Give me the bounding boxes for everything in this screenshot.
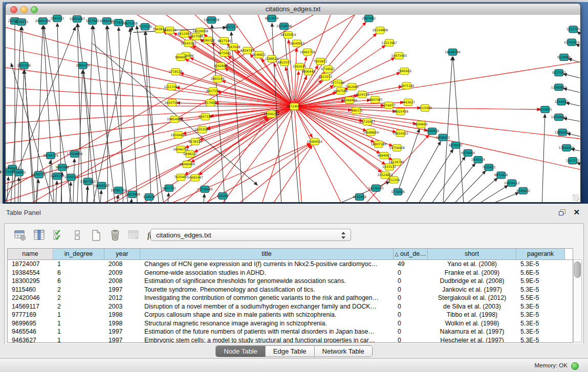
- graph-node[interactable]: 12213967: [381, 39, 397, 46]
- graph-node[interactable]: 19654923: [393, 130, 408, 137]
- graph-edge[interactable]: [441, 163, 475, 202]
- graph-node[interactable]: 17359928: [67, 150, 83, 157]
- graph-edge[interactable]: [203, 194, 204, 202]
- graph-node[interactable]: 3475685: [217, 50, 231, 56]
- graph-node[interactable]: 9699695: [414, 121, 428, 128]
- graph-node[interactable]: 20206576: [43, 152, 59, 159]
- table-row[interactable]: 977716911998Corpus callosum shape and si…: [8, 311, 573, 319]
- graph-node[interactable]: 16671358: [122, 20, 138, 27]
- graph-node[interactable]: 16958107: [94, 182, 110, 189]
- graph-edge[interactable]: [108, 117, 268, 202]
- scrollbar-thumb[interactable]: [574, 261, 581, 278]
- graph-edge[interactable]: [107, 26, 128, 202]
- table-row[interactable]: 911546021997Tourette syndrome. Phenomeno…: [8, 286, 573, 294]
- graph-edge[interactable]: [542, 114, 545, 202]
- graph-node[interactable]: 9890448: [302, 69, 316, 75]
- graph-node[interactable]: 8813054: [265, 15, 279, 22]
- graph-node[interactable]: 14136141: [368, 185, 384, 191]
- graph-node[interactable]: 19854985: [167, 116, 183, 123]
- tab-node-table[interactable]: Node Table: [216, 346, 265, 357]
- table-row[interactable]: 1830029562008Estimation of significance …: [8, 277, 573, 286]
- graph-edge[interactable]: [18, 177, 19, 202]
- graph-node[interactable]: 2935114: [471, 157, 485, 163]
- close-panel-icon[interactable]: ✕: [573, 208, 580, 217]
- graph-node[interactable]: 752254: [388, 177, 400, 183]
- table-row[interactable]: 1456911722003Disruption of a novel membe…: [8, 302, 573, 311]
- tab-network-table[interactable]: Network Table: [314, 346, 372, 357]
- graph-node[interactable]: 17016504: [559, 144, 575, 151]
- graph-node[interactable]: 16210643: [551, 114, 567, 121]
- graph-edge[interactable]: [131, 199, 132, 202]
- graph-node[interactable]: 8822037: [278, 59, 292, 65]
- graph-node[interactable]: 5678334: [188, 138, 202, 145]
- graph-edge[interactable]: [417, 149, 453, 202]
- graph-node[interactable]: 7485063: [398, 68, 411, 75]
- graph-node[interactable]: 12093852: [551, 84, 567, 91]
- graph-node[interactable]: 8471626: [494, 172, 508, 179]
- column-header-name[interactable]: name: [8, 249, 53, 259]
- graph-node[interactable]: 1156862: [12, 169, 26, 176]
- graph-edge[interactable]: [563, 89, 580, 93]
- column-header-title[interactable]: title: [140, 249, 394, 259]
- graph-node[interactable]: 1244415: [555, 98, 569, 105]
- column-header-pagerank[interactable]: pagerank: [516, 249, 565, 259]
- graph-edge[interactable]: [453, 57, 464, 202]
- delete-column-icon[interactable]: [107, 228, 123, 243]
- graph-node[interactable]: 9129966: [557, 54, 571, 60]
- graph-node[interactable]: 16543382: [181, 40, 197, 47]
- graph-node[interactable]: 15716485: [197, 186, 213, 192]
- graph-node[interactable]: 1640954: [425, 128, 439, 135]
- graph-node[interactable]: 3824534: [355, 91, 369, 98]
- graph-edge[interactable]: [145, 31, 159, 202]
- graph-node[interactable]: 1621072: [319, 74, 333, 80]
- graph-edge[interactable]: [563, 74, 580, 78]
- network-view-window[interactable]: citations_edges.txt 26371416435572206914…: [5, 3, 581, 203]
- graph-node[interactable]: 16640910: [289, 40, 305, 47]
- graph-node[interactable]: 16107554: [164, 99, 180, 106]
- graph-edge[interactable]: [25, 70, 35, 202]
- table-vertical-scrollbar[interactable]: [573, 259, 582, 342]
- table-source-select[interactable]: citations_edges.txt: [150, 229, 351, 241]
- table-row[interactable]: 2242004622012Investigating the contribut…: [8, 294, 573, 302]
- table-row[interactable]: 1938455462009Genome-wide association stu…: [8, 269, 573, 277]
- float-panel-icon[interactable]: [559, 209, 565, 215]
- column-header-short[interactable]: short: [428, 249, 516, 259]
- table-row[interactable]: 946362711997Embryonic stem cells: a mode…: [8, 336, 573, 343]
- graph-node[interactable]: 1527602: [85, 18, 99, 25]
- new-column-icon[interactable]: [89, 228, 104, 243]
- graph-node[interactable]: 16961758: [300, 49, 316, 55]
- graph-node[interactable]: 6734022: [321, 66, 335, 73]
- graph-node[interactable]: 915265: [217, 192, 229, 199]
- window-titlebar[interactable]: citations_edges.txt: [6, 4, 580, 15]
- graph-node[interactable]: 16154808: [372, 27, 388, 34]
- graph-edge[interactable]: [569, 59, 580, 62]
- graph-node[interactable]: 8267150: [199, 114, 212, 120]
- graph-edge[interactable]: [294, 106, 343, 202]
- graph-node[interactable]: 18807249: [371, 141, 386, 147]
- graph-edge[interactable]: [130, 28, 138, 202]
- graph-edge[interactable]: [6, 67, 294, 106]
- graph-edge[interactable]: [220, 106, 294, 202]
- graph-node[interactable]: 19166825: [170, 132, 186, 138]
- graph-node[interactable]: 817004: [205, 99, 216, 106]
- graph-edge[interactable]: [430, 157, 466, 202]
- graph-node[interactable]: 9146821: [252, 51, 266, 58]
- graph-node[interactable]: 19756928: [389, 144, 405, 151]
- graph-edge[interactable]: [404, 142, 441, 202]
- graph-node[interactable]: 7632621: [482, 164, 496, 171]
- graph-node[interactable]: 10807487: [367, 96, 383, 103]
- graph-node[interactable]: 9227343: [552, 70, 566, 76]
- graph-node[interactable]: 2718126: [169, 69, 183, 75]
- graph-node[interactable]: 16648784: [445, 49, 461, 55]
- graph-edge[interactable]: [49, 160, 51, 202]
- graph-edge[interactable]: [294, 106, 396, 132]
- graph-edge[interactable]: [463, 178, 497, 202]
- graph-node[interactable]: 15892971: [555, 129, 571, 136]
- show-columns-icon[interactable]: [32, 228, 47, 243]
- graph-edge[interactable]: [188, 36, 294, 106]
- graph-node[interactable]: 10654112: [504, 180, 520, 186]
- graph-node[interactable]: 989605: [175, 54, 187, 60]
- graph-node[interactable]: 1065332: [51, 15, 64, 22]
- row-height-icon[interactable]: [70, 228, 85, 243]
- graph-edge[interactable]: [56, 181, 57, 202]
